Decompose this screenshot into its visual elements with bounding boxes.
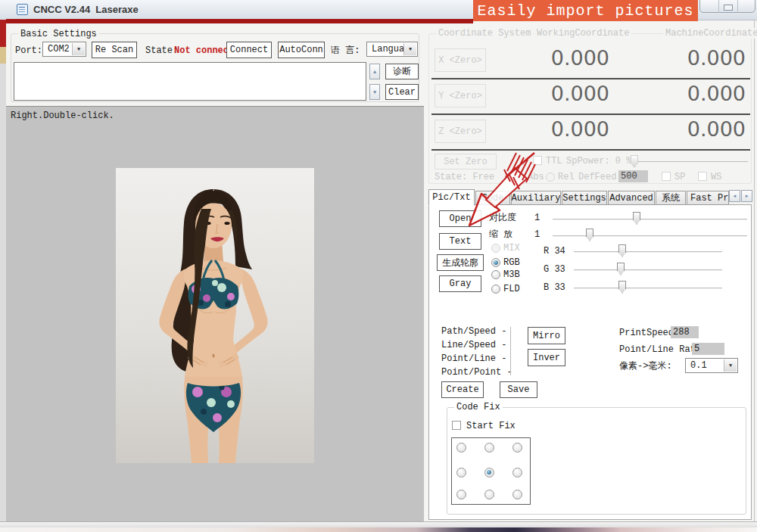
scale-slider-track[interactable] xyxy=(553,235,747,237)
log-textbox[interactable] xyxy=(14,62,366,101)
fix-pos-radio-center[interactable] xyxy=(484,468,494,478)
r-slider-track[interactable] xyxy=(574,251,722,253)
ws-checkbox[interactable] xyxy=(698,172,707,181)
invert-button[interactable]: Inver xyxy=(528,349,565,366)
fix-pos-radio-mr[interactable] xyxy=(512,468,522,478)
down-arrow-icon: ▼ xyxy=(373,89,376,95)
promo-banner-text: Easily import pictures xyxy=(477,2,693,20)
app-icon xyxy=(17,4,28,15)
coordinate-group-label: Coordinate System xyxy=(436,28,533,39)
y-working-value: 0.000 xyxy=(496,82,609,105)
tab-fast-proc[interactable]: Fast Proc xyxy=(687,191,729,205)
fix-pos-radio-br[interactable] xyxy=(512,490,522,499)
z-machine-value: 0.000 xyxy=(637,118,746,141)
point-line-rate-value[interactable]: 5 xyxy=(692,343,724,355)
line-speed-label: Line/Speed - xyxy=(441,340,506,350)
mirror-button[interactable]: Mirro xyxy=(528,327,565,344)
tab-scroll-left-button[interactable]: ◄ xyxy=(729,190,740,202)
code-fix-label: Code Fix xyxy=(454,402,503,412)
fix-pos-radio-bc[interactable] xyxy=(484,490,494,499)
start-fix-checkbox[interactable] xyxy=(452,421,461,430)
dropdown-arrow-icon[interactable]: ▼ xyxy=(724,359,737,372)
connect-button[interactable]: Connect xyxy=(226,42,272,58)
path-speed-label: Path/Speed - xyxy=(441,326,506,337)
tab-settings[interactable]: Settings xyxy=(562,191,607,205)
left-edge-tan xyxy=(0,47,6,64)
y-machine-value: 0.000 xyxy=(637,82,746,105)
create-button[interactable]: Create xyxy=(441,381,484,398)
right-arrow-icon: ► xyxy=(746,194,749,199)
text-button[interactable]: Text xyxy=(439,233,481,250)
clear-button[interactable]: Clear xyxy=(385,84,419,100)
mode-fld-label: FLD xyxy=(503,284,520,294)
sp-label: SP xyxy=(674,172,685,182)
mode-rgb-label: RGB xyxy=(503,257,520,268)
point-point-label: Point/Point - xyxy=(441,367,512,378)
fix-pos-radio-tc[interactable] xyxy=(484,443,494,453)
fix-pos-radio-bl[interactable] xyxy=(456,490,466,499)
working-coordinate-label: WorkingCoordinate xyxy=(534,28,631,39)
up-arrow-icon: ▲ xyxy=(373,69,376,75)
diagnose-button[interactable]: 诊断 xyxy=(385,64,419,79)
minimize-icon[interactable] xyxy=(724,5,733,11)
start-fix-label: Start Fix xyxy=(466,421,516,431)
contrast-slider-track[interactable] xyxy=(553,219,747,220)
sp-checkbox[interactable] xyxy=(662,172,671,181)
z-zero-button[interactable]: Z <Zero> xyxy=(435,120,486,143)
dropdown-arrow-icon[interactable]: ▼ xyxy=(72,43,85,55)
rescan-button[interactable]: Re Scan xyxy=(92,42,137,58)
mode-rgb-radio[interactable] xyxy=(491,258,500,267)
port-combo[interactable]: COM2 ▼ xyxy=(42,42,86,57)
state-label: State: xyxy=(145,45,178,56)
left-edge-red xyxy=(0,20,6,47)
state-value: Not connect xyxy=(174,45,234,56)
tab-system[interactable]: 系统 xyxy=(656,191,686,205)
fix-pos-radio-tr[interactable] xyxy=(512,443,522,453)
g-slider-label: G 33 xyxy=(544,264,565,275)
x-zero-button[interactable]: X <Zero> xyxy=(435,48,486,72)
autoconn-button[interactable]: AutoConn xyxy=(278,42,325,58)
mode-m3b-radio[interactable] xyxy=(491,270,500,279)
annotation-arrow xyxy=(460,148,539,232)
mode-mix-label: MIX xyxy=(503,243,520,254)
deffeed-value[interactable]: 500 xyxy=(618,170,648,182)
z-working-value: 0.000 xyxy=(496,118,609,141)
rel-label: Rel xyxy=(558,172,575,182)
tab-scroll-right-button[interactable]: ► xyxy=(741,190,752,202)
px-to-mm-value: 0.1 xyxy=(690,360,707,371)
dropdown-arrow-icon[interactable]: ▼ xyxy=(403,43,416,55)
printspeed-value[interactable]: 288 xyxy=(671,326,699,338)
fix-pos-radio-ml[interactable] xyxy=(456,468,466,478)
point-line-label: Point/Line - xyxy=(441,353,506,364)
port-label: Port: xyxy=(15,45,42,56)
mode-fld-radio[interactable] xyxy=(491,285,500,294)
mode-mix-radio[interactable] xyxy=(491,244,500,253)
deffeed-label: DefFeed xyxy=(578,172,616,182)
background-photo-strip xyxy=(0,527,757,532)
language-combo[interactable]: Language ▼ xyxy=(366,42,418,57)
b-slider-label: B 33 xyxy=(544,282,565,293)
divider xyxy=(510,327,511,375)
g-slider-track[interactable] xyxy=(574,269,722,271)
sppower-slider-track[interactable] xyxy=(631,161,748,163)
px-to-mm-label: 像素->毫米: xyxy=(619,361,672,372)
px-to-mm-combo[interactable]: 0.1 ▼ xyxy=(685,358,738,373)
divider xyxy=(431,114,750,115)
save-button[interactable]: Save xyxy=(500,381,537,398)
language-label: 语 言: xyxy=(331,45,360,56)
ws-label: WS xyxy=(711,172,721,182)
right-window-border xyxy=(754,20,755,521)
fix-pos-radio-tl[interactable] xyxy=(456,443,466,453)
window-controls[interactable] xyxy=(699,0,755,13)
scroll-down-button[interactable]: ▼ xyxy=(369,84,380,100)
x-working-value: 0.000 xyxy=(496,47,609,70)
red-border-strip xyxy=(6,19,473,23)
gray-button[interactable]: Gray xyxy=(439,275,481,292)
y-zero-button[interactable]: Y <Zero> xyxy=(435,84,486,107)
scroll-up-button[interactable]: ▲ xyxy=(369,64,380,79)
window-title: CNCC V2.44 Laseraxe xyxy=(33,5,139,15)
tab-advanced[interactable]: Advanced xyxy=(608,191,655,205)
b-slider-track[interactable] xyxy=(574,288,722,289)
rel-radio[interactable] xyxy=(546,173,555,182)
generate-outline-button[interactable]: 生成轮廓 xyxy=(437,254,484,271)
